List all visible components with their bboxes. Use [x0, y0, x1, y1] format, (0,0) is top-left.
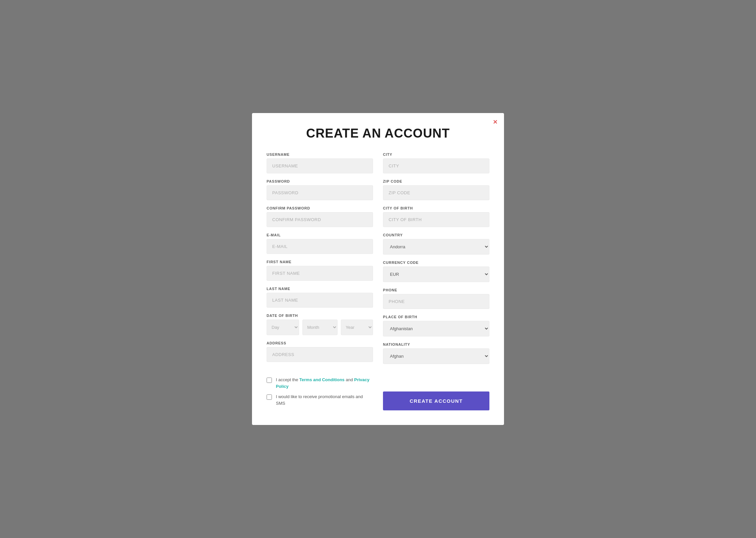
confirm-password-group: CONFIRM PASSWORD [267, 206, 373, 227]
last-name-label: LAST NAME [267, 287, 373, 291]
nationality-select[interactable]: Afghan Albanian Algerian Andorran Britis… [383, 348, 489, 364]
create-account-button[interactable]: CREATE ACCOUNT [383, 391, 489, 410]
country-select[interactable]: Andorra Afghanistan Albania Algeria Unit… [383, 239, 489, 255]
close-button[interactable]: × [493, 118, 497, 126]
email-label: E-MAIL [267, 233, 373, 237]
last-name-input[interactable] [267, 293, 373, 308]
modal-dialog: × CREATE AN ACCOUNT USERNAME PASSWORD [252, 113, 504, 425]
terms-checkbox[interactable] [267, 378, 272, 383]
nationality-label: Nationality [383, 342, 489, 346]
username-label: USERNAME [267, 152, 373, 156]
form-bottom: I accept the Terms and Conditions and Pr… [267, 373, 489, 410]
terms-checkbox-label: I accept the Terms and Conditions and Pr… [276, 377, 373, 389]
first-name-input[interactable] [267, 266, 373, 281]
zip-code-label: ZIP CODE [383, 179, 489, 183]
right-column: CITY ZIP CODE CITY OF BIRTH COUNTRY [383, 152, 489, 370]
place-of-birth-label: Place of birth [383, 315, 489, 319]
dob-month-select[interactable]: Month JanuaryFebruaryMarch AprilMayJune … [302, 320, 338, 335]
modal-overlay: × CREATE AN ACCOUNT USERNAME PASSWORD [0, 0, 756, 538]
username-group: USERNAME [267, 152, 373, 173]
checkboxes-section: I accept the Terms and Conditions and Pr… [267, 377, 373, 410]
place-of-birth-group: Place of birth Afghanistan Albania Alger… [383, 315, 489, 336]
dob-day-select[interactable]: Day for(let i=1;i<=31;i++) document.writ… [267, 320, 299, 335]
phone-input[interactable] [383, 294, 489, 309]
modal-title: CREATE AN ACCOUNT [267, 126, 489, 141]
password-input[interactable] [267, 185, 373, 200]
currency-code-label: CURRENCY CODE [383, 261, 489, 265]
city-label: CITY [383, 152, 489, 156]
last-name-group: LAST NAME [267, 287, 373, 308]
address-input[interactable] [267, 347, 373, 362]
terms-checkbox-row: I accept the Terms and Conditions and Pr… [267, 377, 373, 389]
email-group: E-MAIL [267, 233, 373, 254]
promo-checkbox-label: I would like to receive promotional emai… [276, 393, 373, 406]
city-of-birth-group: CITY OF BIRTH [383, 206, 489, 227]
email-input[interactable] [267, 239, 373, 254]
dob-year-select[interactable]: Year for(let y=2024;y>=1920;y--) documen… [341, 320, 373, 335]
address-group: ADDRESS [267, 341, 373, 362]
promo-checkbox-row: I would like to receive promotional emai… [267, 393, 373, 406]
confirm-password-label: CONFIRM PASSWORD [267, 206, 373, 210]
place-of-birth-select[interactable]: Afghanistan Albania Algeria Andorra [383, 321, 489, 336]
dob-group: DATE OF BIRTH Day for(let i=1;i<=31;i++)… [267, 314, 373, 335]
terms-link[interactable]: Terms and Conditions [299, 377, 345, 382]
first-name-group: FIRST NAME [267, 260, 373, 281]
username-input[interactable] [267, 158, 373, 173]
phone-label: PHONE [383, 288, 489, 292]
city-group: CITY [383, 152, 489, 173]
promo-checkbox[interactable] [267, 394, 272, 400]
city-of-birth-label: CITY OF BIRTH [383, 206, 489, 210]
address-label: ADDRESS [267, 341, 373, 345]
left-column: USERNAME PASSWORD CONFIRM PASSWORD E-MAI… [267, 152, 373, 370]
confirm-password-input[interactable] [267, 212, 373, 227]
dob-label: DATE OF BIRTH [267, 314, 373, 318]
phone-group: PHONE [383, 288, 489, 309]
country-label: COUNTRY [383, 233, 489, 237]
currency-code-group: CURRENCY CODE EUR USD GBP CAD [383, 261, 489, 282]
create-button-container: CREATE ACCOUNT [383, 388, 489, 410]
form-grid: USERNAME PASSWORD CONFIRM PASSWORD E-MAI… [267, 152, 489, 370]
password-label: PASSWORD [267, 179, 373, 183]
city-input[interactable] [383, 158, 489, 173]
dob-row: Day for(let i=1;i<=31;i++) document.writ… [267, 320, 373, 335]
currency-code-select[interactable]: EUR USD GBP CAD [383, 267, 489, 282]
nationality-group: Nationality Afghan Albanian Algerian And… [383, 342, 489, 364]
city-of-birth-input[interactable] [383, 212, 489, 227]
first-name-label: FIRST NAME [267, 260, 373, 264]
zip-code-group: ZIP CODE [383, 179, 489, 200]
password-group: PASSWORD [267, 179, 373, 200]
zip-code-input[interactable] [383, 185, 489, 200]
country-group: COUNTRY Andorra Afghanistan Albania Alge… [383, 233, 489, 255]
